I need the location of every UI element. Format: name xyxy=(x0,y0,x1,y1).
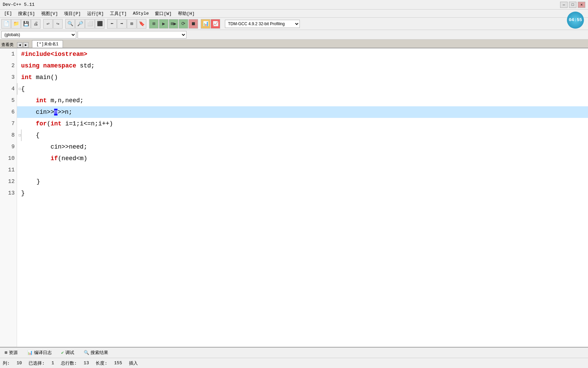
dropdown-bar: (globals) xyxy=(0,30,588,40)
tab-unnamed1[interactable]: [*]未命名1 xyxy=(32,40,63,48)
code-editor[interactable]: 1 2 3 4□ 5 6 7 8□ 9 10 11 12 13 #include… xyxy=(0,48,588,347)
zoom-button[interactable]: ⬜ xyxy=(85,19,95,29)
menu-run[interactable]: 运行[R] xyxy=(84,10,107,17)
run-button[interactable]: ▶ xyxy=(159,19,168,29)
profile-button[interactable]: 📈 xyxy=(211,19,220,29)
menu-search[interactable]: 搜索[S] xyxy=(15,10,37,17)
rebuildall-button[interactable]: ⟳ xyxy=(179,19,188,29)
tab-nav: ◀ ▶ xyxy=(17,42,29,48)
compilerun-button[interactable]: ⊞▶ xyxy=(169,19,178,29)
menu-bar: [E] 搜索[S] 视图[V] 项目[P] 运行[R] 工具[T] AStyle… xyxy=(0,10,588,18)
menu-help[interactable]: 帮助[H] xyxy=(175,10,197,17)
status-bar: 列: 10 已选择: 1 总行数: 13 长度: 155 插入 xyxy=(0,358,588,368)
stop-button[interactable]: ⏹ xyxy=(189,19,198,29)
code-line-10: if(need<m) xyxy=(17,153,588,164)
resource-icon: ⊞ xyxy=(5,350,7,355)
debug-icon: ✔ xyxy=(61,350,64,355)
menu-astyle[interactable]: AStyle xyxy=(130,10,151,17)
code-line-2: using namespace std; xyxy=(17,60,588,72)
line-num-8: 8□ xyxy=(0,129,17,141)
debug-tab[interactable]: ✔ 调试 xyxy=(58,348,78,357)
compile-button[interactable]: ⊞ xyxy=(149,19,159,29)
back-button[interactable]: ⬅ xyxy=(107,19,117,29)
debugrun-button[interactable]: 📊 xyxy=(201,19,210,29)
redo-button[interactable]: ↪ xyxy=(53,19,63,29)
resource-tab[interactable]: ⊞ 资源 xyxy=(1,348,21,357)
close-button[interactable]: ✕ xyxy=(578,2,585,8)
line-num-5: 5 xyxy=(0,95,17,106)
print-button[interactable]: 🖨 xyxy=(31,19,40,29)
replace-button[interactable]: 🔎 xyxy=(75,19,85,29)
code-line-8: { xyxy=(17,129,588,141)
line-num-9: 9 xyxy=(0,141,17,153)
zoom2-button[interactable]: ⬛ xyxy=(95,19,104,29)
code-line-4: { xyxy=(17,83,588,95)
sidebar-label: 查看类 xyxy=(1,42,14,48)
menu-edit[interactable]: [E] xyxy=(1,10,15,17)
symbol-dropdown[interactable] xyxy=(78,31,186,39)
line-num-4: 4□ xyxy=(0,83,17,95)
compile-log-tab[interactable]: 📊 编译日志 xyxy=(24,348,55,357)
undo-button[interactable]: ↩ xyxy=(43,19,53,29)
debug-toolbar-group: 📊 📈 xyxy=(201,19,220,29)
code-line-9: cin>>need; xyxy=(17,141,588,153)
length-label: 长度: xyxy=(96,360,107,366)
insert-mode: 插入 xyxy=(129,360,138,366)
line-num-3: 3 xyxy=(0,72,17,83)
toolbar: 📄 📁 💾 🖨 ↩ ↪ 🔍 🔎 ⬜ ⬛ ⬅ ➡ ⊞ 🔖 ⊞ ▶ ⊞▶ ⟳ ⏹ 📊… xyxy=(0,18,588,30)
forward-button[interactable]: ➡ xyxy=(117,19,127,29)
nav-toolbar-group: ⬅ ➡ ⊞ 🔖 xyxy=(107,19,146,29)
menu-window[interactable]: 窗口[W] xyxy=(152,10,174,17)
line-num-13: 13 xyxy=(0,187,17,199)
search-results-tab[interactable]: 🔍 搜索结果 xyxy=(80,348,112,357)
title-bar: Dev-C++ 5.11 — □ ✕ xyxy=(0,0,588,10)
length-value: 155 xyxy=(114,361,122,366)
code-line-11 xyxy=(17,164,588,176)
bookmark-button[interactable]: 🔖 xyxy=(137,19,146,29)
line-num-7: 7 xyxy=(0,118,17,129)
code-line-3: int main() xyxy=(17,72,588,83)
compiler-selector[interactable]: TDM-GCC 4.9.2 32-bit Profiling xyxy=(225,20,300,28)
menu-view[interactable]: 视图[V] xyxy=(38,10,61,17)
selected-label: 已选择: xyxy=(29,360,45,366)
tab-prev-button[interactable]: ◀ xyxy=(17,42,22,48)
code-line-5: int m,n,need; xyxy=(17,95,588,106)
main-area: 1 2 3 4□ 5 6 7 8□ 9 10 11 12 13 #include… xyxy=(0,48,588,347)
line-num-10: 10 xyxy=(0,153,17,164)
col-label: 列: xyxy=(3,360,10,366)
total-label: 总行数: xyxy=(61,360,77,366)
line-num-11: 11 xyxy=(0,164,17,176)
code-content[interactable]: #include<iostream> using namespace std; … xyxy=(17,48,588,347)
file-toolbar-group: 📄 📁 💾 🖨 xyxy=(1,19,40,29)
search-results-icon: 🔍 xyxy=(84,350,89,355)
menu-project[interactable]: 项目[P] xyxy=(61,10,83,17)
code-line-6: cin>>m>>n; xyxy=(17,106,588,118)
search-toolbar-group: 🔍 🔎 ⬜ ⬛ xyxy=(65,19,104,29)
edit-toolbar-group: ↩ ↪ xyxy=(43,19,63,29)
find-button[interactable]: 🔍 xyxy=(65,19,75,29)
line-num-2: 2 xyxy=(0,60,17,72)
scope-dropdown[interactable]: (globals) xyxy=(1,31,76,39)
selected-value: 1 xyxy=(51,361,54,366)
clock-widget: 04:55 xyxy=(567,12,584,29)
minimize-button[interactable]: — xyxy=(560,2,568,8)
open-button[interactable]: 📁 xyxy=(11,19,21,29)
saveas-button[interactable]: 💾 xyxy=(21,19,31,29)
compile-toolbar-group: ⊞ ▶ ⊞▶ ⟳ ⏹ xyxy=(149,19,198,29)
window-controls: — □ ✕ xyxy=(560,2,585,8)
total-value: 13 xyxy=(84,361,89,366)
code-line-12: } xyxy=(17,176,588,187)
line-numbers: 1 2 3 4□ 5 6 7 8□ 9 10 11 12 13 xyxy=(0,48,17,347)
new-button[interactable]: 📄 xyxy=(1,19,11,29)
bottom-tabs: ⊞ 资源 📊 编译日志 ✔ 调试 🔍 搜索结果 xyxy=(0,347,588,358)
indent-button[interactable]: ⊞ xyxy=(127,19,136,29)
maximize-button[interactable]: □ xyxy=(569,2,576,8)
app-title: Dev-C++ 5.11 xyxy=(3,2,35,7)
tab-next-button[interactable]: ▶ xyxy=(23,42,29,48)
line-num-6: 6 xyxy=(0,106,17,118)
line-num-1: 1 xyxy=(0,48,17,60)
text-cursor: m xyxy=(54,109,58,116)
tab-bar: 查看类 ◀ ▶ [*]未命名1 xyxy=(0,40,588,48)
menu-tools[interactable]: 工具[T] xyxy=(107,10,129,17)
code-line-1: #include<iostream> xyxy=(17,48,588,60)
